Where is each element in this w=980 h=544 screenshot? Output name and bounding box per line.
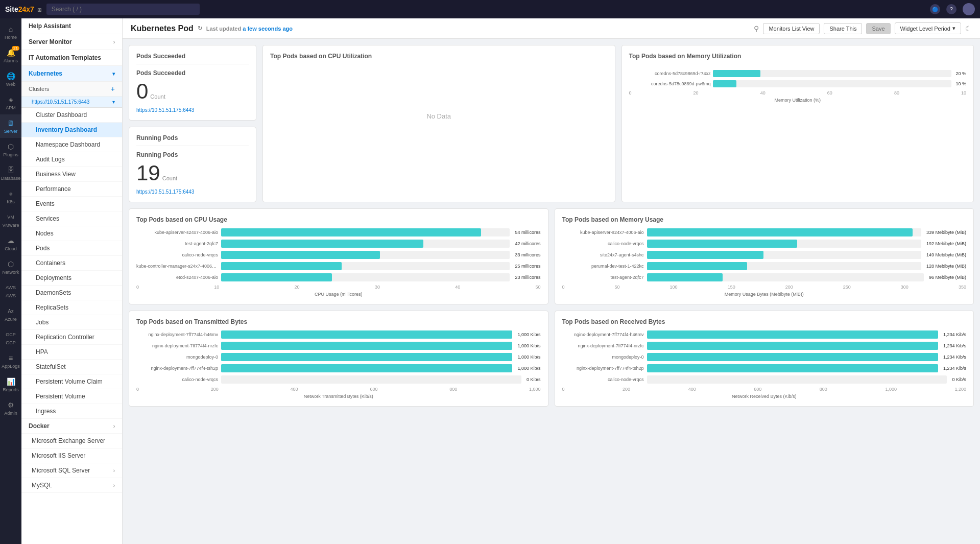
search-input[interactable] — [46, 4, 200, 15]
notification-icon[interactable]: 🔵 — [930, 4, 940, 14]
nav-replication-controller[interactable]: Replication Controller — [21, 330, 122, 345]
sidebar-item-admin[interactable]: ⚙ Admin — [0, 396, 21, 420]
nav-daemonsets[interactable]: DaemonSets — [21, 286, 122, 300]
nav-deployments[interactable]: Deployments — [21, 271, 122, 286]
sidebar-item-cloud[interactable]: ☁ Cloud — [0, 232, 21, 255]
pods-succeeded-value: 0 — [136, 81, 148, 102]
bar-row: mongodeploy-01,234 Kib/s — [562, 353, 967, 361]
running-pods-url[interactable]: https://10.51.51.175:6443 — [136, 189, 249, 195]
nav-it-automation[interactable]: IT Automation Templates — [21, 50, 122, 66]
bar-container — [221, 364, 512, 372]
mem-util-value: 20 % — [955, 71, 966, 76]
nav-events[interactable]: Events — [21, 197, 122, 211]
sidebar-item-apm[interactable]: ◈ APM — [0, 91, 21, 114]
axis-tick: 0 — [136, 285, 139, 290]
nav-cluster-url[interactable]: https://10.51.51.175:6443 ▾ — [21, 97, 122, 108]
sql-arrow-icon: › — [113, 468, 115, 474]
bar-label: nginx-deployment-7ff774f4-nrzfc — [562, 343, 644, 348]
nav-microsoft-sql[interactable]: Microsoft SQL Server › — [21, 463, 122, 478]
sidebar-item-network[interactable]: ⬡ Network — [0, 255, 21, 279]
nav-performance[interactable]: Performance — [21, 182, 122, 197]
sidebar-item-home[interactable]: ⌂ Home — [0, 20, 21, 44]
axis-tick: 350 — [959, 285, 966, 290]
bar-value: 339 Mebibyte (MiB) — [926, 230, 966, 235]
widget-period-button[interactable]: Widget Level Period ▾ — [895, 22, 961, 34]
nav-help-assistant[interactable]: Help Assistant — [21, 18, 122, 34]
nav-persistent-volume[interactable]: Persistent Volume — [21, 389, 122, 404]
cpu-utilization-no-data: No Data — [270, 65, 608, 167]
help-icon[interactable]: ? — [946, 4, 957, 14]
sidebar-item-alarms[interactable]: 🔔 21 Alarms — [0, 44, 21, 67]
bar-value: 128 Mebibyte (MiB) — [926, 264, 966, 269]
sidebar-item-web[interactable]: 🌐 Web — [0, 67, 21, 91]
sidebar-item-vmware[interactable]: VM VMware — [0, 208, 21, 232]
sidebar-label-plugins: Plugins — [3, 152, 18, 157]
nav-hpa[interactable]: HPA — [21, 345, 122, 360]
sidebar-item-gcp[interactable]: GCP GCP — [0, 326, 21, 349]
monitors-list-view-button[interactable]: Monitors List View — [763, 23, 820, 34]
nav-statefulset[interactable]: StatefulSet — [21, 360, 122, 374]
refresh-icon[interactable]: ↻ — [198, 25, 202, 32]
memory-usage-title: Top Pods based on Memory Usage — [562, 216, 967, 223]
filter-icon[interactable]: ⚲ — [754, 25, 759, 33]
nav-replicasets[interactable]: ReplicaSets — [21, 300, 122, 315]
topbar: Site24x7 ⊞ 🔵 ? — [0, 0, 980, 18]
nav-microsoft-iis[interactable]: Microsoft IIS Server — [21, 448, 122, 463]
bar-fill — [221, 342, 512, 350]
nav-persistent-volume-claim[interactable]: Persistent Volume Claim — [21, 374, 122, 389]
nav-containers[interactable]: Containers — [21, 256, 122, 271]
bar-container — [221, 273, 510, 281]
running-pods-inner-title: Running Pods — [136, 151, 249, 158]
nav-inventory-dashboard[interactable]: Inventory Dashboard — [21, 123, 122, 137]
axis-tick: 50 — [615, 285, 620, 290]
sidebar-item-k8s[interactable]: ⎈ K8s — [0, 185, 21, 208]
pods-succeeded-url[interactable]: https://10.51.51.175:6443 — [136, 107, 249, 113]
memory-usage-card: Top Pods based on Memory Usage kube-apis… — [555, 208, 974, 304]
bar-value: 1,234 Kib/s — [943, 343, 966, 348]
logo-accent: 24x7 — [18, 5, 34, 13]
updated-time-link[interactable]: a few seconds ago — [243, 26, 293, 32]
cpu-usage-chart: kube-apiserver-s24x7-4006-aio54 millicor… — [136, 228, 541, 281]
sidebar-item-applogs[interactable]: ≡ AppLogs — [0, 349, 21, 373]
bar-container — [221, 375, 521, 384]
sidebar-item-database[interactable]: 🗄 Database — [0, 161, 21, 185]
nav-cluster-dashboard[interactable]: Cluster Dashboard — [21, 108, 122, 123]
sidebar-item-plugins[interactable]: ⬡ Plugins — [0, 138, 21, 161]
bar-row: nginx-deployment-7ff774f4-tsh2p1,234 Kib… — [562, 364, 967, 372]
dark-mode-icon[interactable]: ☾ — [965, 25, 972, 33]
pods-succeeded-card: Pods Succeeded Pods Succeeded 0 Count ht… — [129, 45, 256, 121]
sidebar-item-azure[interactable]: Az Azure — [0, 302, 21, 326]
axis-tick: 250 — [843, 285, 851, 290]
bar-label: calico-node-vrqcs — [562, 241, 644, 246]
nav-nodes[interactable]: Nodes — [21, 226, 122, 241]
avatar[interactable] — [963, 3, 975, 15]
bar-fill — [221, 240, 423, 248]
nav-business-view[interactable]: Business View — [21, 167, 122, 182]
network-icon: ⬡ — [6, 259, 15, 269]
nav-mysql[interactable]: MySQL › — [21, 478, 122, 493]
axis-tick: 30 — [375, 285, 380, 290]
sidebar-item-aws[interactable]: AWS AWS — [0, 279, 21, 302]
nav-ingress[interactable]: Ingress — [21, 404, 122, 419]
nav-audit-logs[interactable]: Audit Logs — [21, 152, 122, 167]
nav-server-monitor[interactable]: Server Monitor › — [21, 34, 122, 50]
bar-row: site24x7-agent-s4shc149 Mebibyte (MiB) — [562, 251, 967, 259]
nav-pods[interactable]: Pods — [21, 241, 122, 256]
chevron-right-icon: › — [113, 39, 115, 45]
add-cluster-button[interactable]: + — [111, 85, 115, 93]
database-icon: 🗄 — [6, 165, 15, 175]
nav-kubernetes[interactable]: Kubernetes ▾ — [21, 66, 122, 82]
nav-services[interactable]: Services — [21, 211, 122, 226]
share-button[interactable]: Share This — [824, 23, 862, 34]
mem-util-bar-outer — [713, 80, 952, 87]
nav-namespace-dashboard[interactable]: Namespace Dashboard — [21, 137, 122, 152]
save-button[interactable]: Save — [866, 23, 890, 34]
nav-docker[interactable]: Docker › — [21, 419, 122, 434]
sidebar-label-database: Database — [1, 176, 21, 181]
nav-jobs[interactable]: Jobs — [21, 315, 122, 330]
sidebar-item-reports[interactable]: 📊 Reports — [0, 373, 21, 396]
nav-microsoft-exchange[interactable]: Microsoft Exchange Server — [21, 434, 122, 448]
axis-tick: 1,000 — [529, 387, 541, 392]
sidebar-item-server[interactable]: 🖥 Server — [0, 114, 21, 138]
mem-util-bar-fill — [713, 80, 737, 87]
